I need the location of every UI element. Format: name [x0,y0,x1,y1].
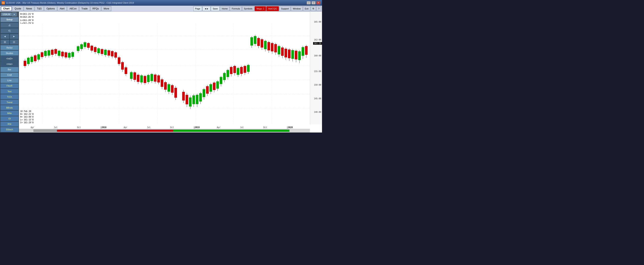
sidebar-rsi[interactable]: RSI [0,122,18,127]
sidebar-currency-button[interactable]: €| [0,28,18,33]
menu-pagenav[interactable]: ◄► [202,6,210,11]
svg-rect-55 [94,47,96,52]
svg-rect-45 [77,46,80,51]
svg-rect-69 [118,57,120,64]
svg-rect-175 [305,46,308,55]
svg-rect-133 [234,66,236,73]
menu-news[interactable]: News [24,6,34,11]
sidebar-grid2-button[interactable]: ⊟ [10,39,19,45]
title-text: 11:03:44 [6,1,15,4]
chart-tab[interactable]: USA,W [1,13,12,16]
menu-restore[interactable]: ⧉ [311,6,316,11]
menu-chart[interactable]: Chart [1,6,12,11]
svg-rect-43 [72,52,74,57]
sidebar-studies[interactable]: Studies [0,50,18,56]
sidebar-bar[interactable]: Bar [0,67,18,72]
svg-rect-87 [150,74,153,81]
menu-options[interactable]: Options [44,6,57,11]
svg-rect-71 [122,62,124,69]
svg-rect-33 [54,49,57,53]
price-scale: 165-00 162-00 160-00 155-00 150-00 145-0… [310,12,322,124]
sidebar-right-button[interactable]: ► [10,34,19,39]
sidebar-grid1-button[interactable]: ⊞ [0,39,10,45]
price-label-145: 145-00 [314,97,321,100]
chart-canvas[interactable]: O=161-21'0 H=162-26'0 L=161-20'0 L=161-2… [19,12,322,132]
sidebar-max[interactable]: MAx [0,111,18,116]
tab-add-button[interactable]: + [12,12,16,16]
sidebar-sstoch[interactable]: SStoch [0,127,18,132]
price-label-162: 162-00 [314,39,321,41]
menu-exit[interactable]: Exit [303,6,310,11]
maximize-button[interactable]: □ [312,1,316,4]
svg-rect-67 [114,52,117,57]
sidebar-hist[interactable]: <Hist> [0,61,18,66]
menu-symbols[interactable]: Symbols [242,6,254,11]
chart-scrollbar[interactable] [19,129,310,132]
svg-rect-39 [65,52,67,57]
svg-rect-103 [182,92,185,100]
menu-askcqg[interactable]: AskCQG [266,6,279,11]
sidebar-fibor[interactable]: FiboR [0,83,18,88]
svg-rect-119 [210,84,212,92]
scroll-track[interactable] [57,129,290,132]
sidebar-icon-row-4: ⊞ ⊟ [0,39,18,45]
menu-window[interactable]: Window [291,6,302,11]
sidebar-trend[interactable]: Trend [0,100,18,105]
menu-quote[interactable]: Quote [12,6,24,11]
price-label-150: 150-00 [314,84,321,86]
svg-rect-129 [227,70,229,77]
svg-rect-173 [302,47,304,56]
sidebar-left-button[interactable]: ◄ [0,34,10,39]
date-2019: |2019 [194,126,200,128]
sidebar-bbnds[interactable]: BBnds [0,105,18,110]
svg-rect-161 [281,48,284,56]
date-jul-3: Jul [240,126,244,128]
menu-msgs[interactable]: Msgs: 1 [255,6,266,11]
date-apr-1: Apr [31,126,34,128]
menu-rfqs[interactable]: RFQs [90,6,101,11]
sidebar-setup[interactable]: Setup [0,17,18,22]
close-button[interactable]: ✕ [316,1,320,4]
svg-rect-127 [223,73,226,80]
menu-alert[interactable]: Alert [58,6,67,11]
menu-formula[interactable]: Formula [230,6,242,11]
menu-ts[interactable]: T&S [35,6,44,11]
menu-more[interactable]: More [102,6,111,11]
menu-allcon[interactable]: AllCon [67,6,79,11]
date-apr-2: Apr [124,126,127,128]
sidebar-icon-row-3: ◄ ► [0,34,18,39]
sidebar-rescl[interactable]: ReScl [0,45,18,50]
price-label-160: 160-00 [314,54,321,57]
sidebar-line[interactable]: Line [0,78,18,83]
bottom-high: H= 163-09'0 [20,116,34,118]
sidebar-cndl[interactable]: Cndl [0,72,18,77]
scroll-indicator [57,130,173,132]
sidebar-intd[interactable]: <IntD> [0,56,18,61]
menu-trade[interactable]: Trade [79,6,90,11]
svg-rect-19 [31,57,33,62]
svg-rect-117 [206,86,208,94]
svg-rect-29 [48,50,50,55]
menu-help[interactable]: ? [316,6,321,11]
svg-rect-23 [38,54,40,59]
svg-rect-125 [220,77,222,84]
bottom-close: C= 161-29'0 [20,121,34,124]
sidebar-print-button[interactable]: 🖨 [0,22,18,28]
date-apr-3: Apr [217,126,220,128]
sidebar-trch[interactable]: TrCh [0,94,18,99]
main-layout: USA,W + Setup 🖨 €| ◄ ► ⊞ ⊟ ReScl Studies… [0,12,322,132]
minimize-button[interactable]: — [307,1,311,4]
menu-support[interactable]: Support [279,6,291,11]
date-jul-1: Jul [54,126,58,128]
sidebar-text[interactable]: Text [0,89,18,94]
scroll-handle-left[interactable] [34,129,57,132]
svg-rect-73 [124,67,127,74]
menu-save[interactable]: Save [211,6,220,11]
sidebar-oi[interactable]: OI [0,116,18,121]
menu-home[interactable]: Home [220,6,230,11]
svg-rect-79 [137,75,139,82]
menu-page[interactable]: Page [193,6,202,11]
svg-rect-163 [285,49,287,57]
bottom-low: L= 161-15'0 [20,118,34,121]
svg-rect-155 [271,43,274,51]
